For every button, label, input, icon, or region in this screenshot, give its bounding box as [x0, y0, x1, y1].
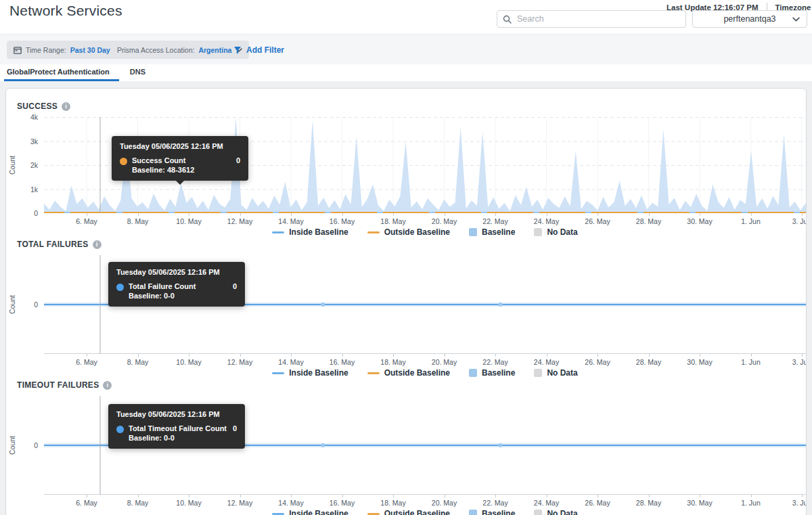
tooltip-series-name: Total Timeout Failure Count	[129, 424, 227, 432]
y-tick-label: 0	[34, 441, 38, 449]
x-tick-label: 8. May	[127, 217, 149, 225]
tooltip-series-name: Total Failure Count	[129, 282, 196, 290]
y-tick-label: 3k	[30, 137, 38, 145]
location-filter[interactable]: Prisma Access Location: Argentina	[110, 41, 249, 59]
x-tick-label: 8. May	[127, 499, 149, 507]
x-tick-label: 16. May	[330, 217, 355, 225]
legend-item-outside-baseline[interactable]: Outside Baseline	[367, 368, 450, 378]
tooltip-value: 0	[233, 424, 237, 432]
x-tick-label: 14. May	[278, 217, 303, 225]
x-tick-mark	[445, 213, 445, 216]
legend-item-no-data[interactable]: No Data	[534, 509, 577, 515]
x-tick-label: 14. May	[278, 358, 303, 366]
x-tick-mark	[495, 213, 496, 216]
baseline-swatch-icon	[469, 369, 477, 377]
plot-area[interactable]: Tuesday 05/06/2025 12:16 PM Total Timeou…	[44, 396, 806, 495]
x-tick-mark	[138, 213, 139, 216]
series-color-dot-icon	[116, 426, 124, 433]
series-color-dot-icon	[120, 158, 127, 165]
tab-dns[interactable]: DNS	[129, 64, 147, 81]
x-tick-mark	[700, 354, 700, 357]
x-tick-label: 26. May	[585, 499, 610, 507]
tab-globalprotect-authentication[interactable]: GlobalProtect Authentication	[5, 64, 111, 81]
x-tick-mark	[649, 213, 650, 216]
legend-item-outside-baseline[interactable]: Outside Baseline	[367, 509, 450, 515]
y-tick-label: 0	[34, 300, 38, 309]
info-icon[interactable]	[103, 381, 112, 390]
tooltip-success: Tuesday 05/06/2025 12:16 PM Success Coun…	[112, 136, 248, 181]
x-tick-mark	[547, 213, 547, 216]
x-tick-label: 30. May	[687, 499, 712, 507]
legend-item-inside-baseline[interactable]: Inside Baseline	[272, 227, 348, 237]
data-point-marker	[321, 303, 325, 307]
y-tick-label: 4k	[30, 113, 38, 121]
add-filter-button[interactable]: Add Filter	[233, 41, 284, 59]
x-tick-label: 24. May	[534, 217, 559, 225]
x-tick-mark	[597, 213, 598, 216]
legend-item-outside-baseline[interactable]: Outside Baseline	[367, 227, 450, 237]
info-icon[interactable]	[93, 240, 102, 249]
x-tick-mark	[342, 495, 343, 497]
tooltip-timeout-failures: Tuesday 05/06/2025 12:16 PM Total Timeou…	[108, 404, 245, 449]
x-tick-label: 3. Jun	[792, 358, 807, 366]
info-icon[interactable]	[62, 102, 70, 111]
tab-bar: GlobalProtect Authentication DNS	[0, 64, 812, 81]
x-tick-mark	[547, 354, 547, 357]
x-axis: 6. May8. May10. May12. May14. May16. May…	[44, 495, 806, 508]
x-tick-mark	[87, 495, 87, 497]
x-axis: 6. May8. May10. May12. May14. May16. May…	[44, 354, 806, 367]
x-tick-mark	[649, 354, 650, 357]
chart-legend: Inside BaselineOutside BaselineBaselineN…	[44, 508, 806, 515]
legend-label: Baseline	[482, 227, 515, 237]
x-tick-mark	[240, 354, 241, 357]
x-tick-mark	[597, 495, 598, 497]
search-icon	[503, 15, 512, 24]
plot-area[interactable]: Tuesday 05/06/2025 12:16 PM Total Failur…	[44, 255, 806, 354]
tooltip-value: 0	[233, 282, 237, 290]
tooltip-total-failures: Tuesday 05/06/2025 12:16 PM Total Failur…	[108, 262, 245, 307]
legend-label: Baseline	[482, 509, 515, 515]
x-tick-label: 6. May	[76, 217, 97, 225]
x-tick-mark	[547, 495, 547, 497]
x-tick-mark	[751, 495, 752, 497]
tenant-dropdown-value: perftenantqa3	[723, 14, 775, 24]
x-tick-mark	[291, 495, 292, 497]
success-title: SUCCESS	[17, 102, 58, 111]
x-tick-mark	[240, 495, 241, 497]
legend-item-no-data[interactable]: No Data	[534, 227, 577, 237]
legend-item-baseline[interactable]: Baseline	[469, 509, 515, 515]
tooltip-caret	[175, 180, 185, 185]
time-range-label: Time Range:	[26, 46, 66, 54]
legend-item-baseline[interactable]: Baseline	[469, 368, 515, 378]
legend-item-inside-baseline[interactable]: Inside Baseline	[272, 368, 348, 378]
total-failures-section: TOTAL FAILURES Count 0 Tuesday 05/06/202…	[6, 239, 806, 378]
x-tick-label: 22. May	[482, 358, 508, 366]
tooltip-series-name: Success Count	[132, 156, 185, 164]
tooltip-timestamp: Tuesday 05/06/2025 12:16 PM	[120, 142, 240, 150]
x-tick-label: 28. May	[636, 358, 661, 366]
x-tick-label: 12. May	[227, 217, 252, 225]
search-box[interactable]	[497, 10, 686, 28]
y-tick-label: 0	[34, 209, 38, 217]
plot-area[interactable]: Tuesday 05/06/2025 12:16 PM Success Coun…	[44, 117, 806, 213]
section-title: SUCCESS	[17, 101, 806, 112]
x-tick-label: 28. May	[636, 499, 661, 507]
chart-legend: Inside BaselineOutside BaselineBaselineN…	[44, 227, 806, 238]
legend-item-no-data[interactable]: No Data	[534, 368, 577, 378]
legend-item-baseline[interactable]: Baseline	[469, 227, 515, 237]
legend-item-inside-baseline[interactable]: Inside Baseline	[272, 509, 348, 515]
x-tick-label: 18. May	[380, 217, 405, 225]
x-tick-label: 3. Jun	[792, 217, 807, 225]
tooltip-value: 0	[236, 156, 240, 164]
baseline-swatch-icon	[469, 228, 477, 236]
x-tick-label: 10. May	[176, 499, 201, 507]
tooltip-baseline: Baseline: 0-0	[129, 434, 237, 442]
legend-label: Outside Baseline	[384, 509, 450, 515]
x-tick-mark	[700, 495, 700, 497]
x-tick-label: 12. May	[227, 358, 252, 366]
tenant-dropdown[interactable]: perftenantqa3	[692, 10, 807, 28]
x-tick-label: 30. May	[687, 358, 712, 366]
timeout-failures-title: TIMEOUT FAILURES	[17, 380, 99, 390]
search-input[interactable]	[516, 14, 680, 24]
series-color-dot-icon	[116, 284, 124, 291]
